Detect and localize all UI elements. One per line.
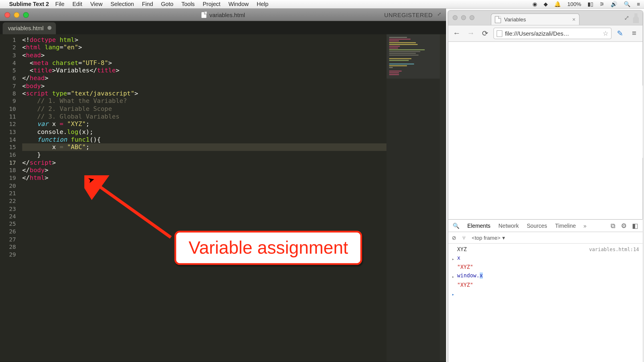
mac-menubar: Sublime Text 2 FileEditViewSelectionFind…: [0, 0, 644, 9]
menu-file[interactable]: File: [55, 1, 64, 7]
sublime-window: variables.html UNREGISTERED ⤢ variables.…: [0, 9, 446, 362]
file-scheme-icon: [497, 30, 502, 36]
menu-window[interactable]: Window: [228, 1, 249, 7]
chrome-tabstrip: Variables × ⤢: [448, 11, 643, 25]
console-output[interactable]: XYZ variables.html:14 ▸x "XYZ" ▸window.x…: [448, 244, 643, 300]
minimap[interactable]: [386, 34, 440, 361]
gdrive-icon[interactable]: ◆: [544, 1, 548, 7]
unregistered-label: UNREGISTERED: [384, 11, 433, 18]
code-editor[interactable]: <!doctype html><html lang="en"><head> <m…: [19, 34, 386, 361]
devtools-tab-network[interactable]: Network: [495, 220, 523, 231]
menu-goto[interactable]: Goto: [161, 1, 173, 7]
url-text: file:///Users/azizali/Des…: [505, 30, 569, 36]
address-bar[interactable]: file:///Users/azizali/Des… ☆: [493, 28, 611, 39]
forward-button[interactable]: →: [465, 28, 477, 39]
window-minimize-button[interactable]: [461, 15, 466, 20]
back-button[interactable]: ←: [451, 28, 462, 39]
diigo-icon[interactable]: ✎: [614, 28, 626, 39]
page-viewport[interactable]: [448, 42, 643, 202]
spotlight-icon[interactable]: 🔍: [624, 1, 631, 7]
console-prompt[interactable]: ▸: [452, 289, 639, 299]
menu-tools[interactable]: Tools: [181, 1, 195, 7]
tab-label: variables.html: [8, 25, 44, 32]
window-close-button[interactable]: [453, 15, 457, 20]
devtools-tabbar: 🔍 ElementsNetworkSourcesTimeline » ⧉ ⚙ ◧: [448, 220, 643, 232]
menu-help[interactable]: Help: [257, 1, 268, 7]
menu-project[interactable]: Project: [203, 1, 220, 7]
devtools-settings-icon[interactable]: ⚙: [621, 222, 627, 230]
chrome-menu-icon[interactable]: ≡: [628, 28, 640, 39]
browser-tab[interactable]: Variables ×: [491, 13, 580, 25]
menu-find[interactable]: Find: [142, 1, 153, 7]
profile-avatar-icon[interactable]: [631, 12, 641, 23]
clear-console-icon[interactable]: ⊘: [452, 235, 456, 241]
console-input-row: ▸x: [452, 254, 639, 263]
sublime-titlebar[interactable]: variables.html UNREGISTERED ⤢: [0, 9, 446, 21]
annotation-text: Variable assignment: [189, 238, 348, 257]
annotation-callout: Variable assignment: [175, 231, 362, 265]
devtools-overflow-icon[interactable]: »: [581, 223, 589, 229]
volume-icon[interactable]: 🔊: [611, 1, 617, 7]
window-zoom-button[interactable]: [469, 15, 474, 20]
devtools-search-icon[interactable]: 🔍: [450, 222, 463, 229]
frame-selector[interactable]: <top frame>▾: [472, 235, 505, 241]
console-result-row: "XYZ": [452, 263, 639, 272]
window-title: variables.html: [209, 11, 245, 18]
devtools-dock-icon[interactable]: ◧: [632, 222, 638, 230]
tab-title: Variables: [504, 16, 526, 23]
devtools-tab-elements[interactable]: Elements: [463, 220, 494, 231]
document-icon: [201, 11, 207, 18]
menu-extras-icon[interactable]: ≡: [637, 1, 640, 7]
browser-toolbar: ← → ⟳ file:///Users/azizali/Des… ☆ ✎ ≡: [448, 25, 643, 42]
tab-bar: variables.html: [0, 21, 446, 34]
app-name[interactable]: Sublime Text 2: [9, 1, 49, 7]
menu-view[interactable]: View: [90, 1, 102, 7]
filter-icon[interactable]: ⑂: [462, 235, 465, 241]
console-result-row: "XYZ": [452, 281, 639, 289]
reload-button[interactable]: ⟳: [479, 28, 491, 39]
menu-selection[interactable]: Selection: [110, 1, 134, 7]
log-source-link[interactable]: variables.html:14: [589, 245, 639, 254]
devtools-tab-sources[interactable]: Sources: [523, 220, 551, 231]
file-tab[interactable]: variables.html: [3, 22, 56, 34]
chrome-window: Variables × ⤢ ← → ⟳ file:///Users/azizal…: [448, 10, 643, 362]
record-icon[interactable]: ◉: [532, 1, 537, 7]
favicon-icon: [495, 16, 501, 23]
fullscreen-icon[interactable]: ⤢: [437, 11, 443, 17]
bookmark-star-icon[interactable]: ☆: [603, 29, 608, 37]
tab-close-icon[interactable]: ×: [572, 16, 576, 23]
console-input-row: ▸window.x: [452, 272, 639, 281]
line-gutter[interactable]: 1234567891011121314151617181920212223242…: [0, 34, 19, 361]
devtools-tab-timeline[interactable]: Timeline: [551, 220, 580, 231]
console-log-row: XYZ variables.html:14: [452, 245, 639, 254]
battery-percent: 100%: [567, 1, 581, 7]
battery-icon[interactable]: ▮▯: [588, 1, 593, 7]
devtools-drawer-icon[interactable]: ⧉: [611, 222, 615, 230]
devtools-panel: 🔍 ElementsNetworkSourcesTimeline » ⧉ ⚙ ◧…: [448, 219, 643, 362]
dirty-indicator-icon: [48, 26, 52, 30]
console-filterbar: ⊘ ⑂ <top frame>▾: [448, 232, 643, 243]
notification-icon[interactable]: 🔔: [554, 1, 561, 7]
menu-edit[interactable]: Edit: [72, 1, 82, 7]
wifi-icon[interactable]: ⚞: [600, 1, 604, 7]
fullscreen-icon[interactable]: ⤢: [624, 14, 629, 21]
editor-scrollbar[interactable]: [440, 34, 446, 361]
